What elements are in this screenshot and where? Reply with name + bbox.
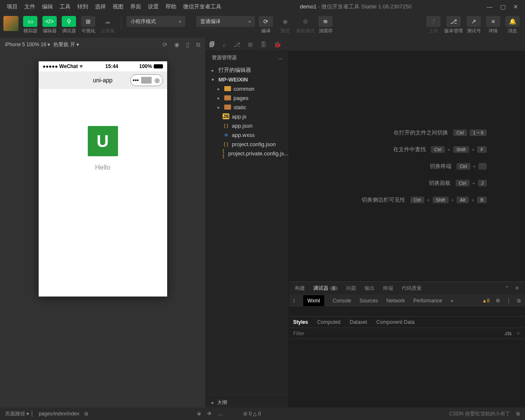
visual-button[interactable]: ⊞ [81,16,95,27]
warning-badge[interactable]: ▲8 [482,298,490,304]
devtab-performance[interactable]: Performance [413,298,442,304]
menu-project[interactable]: 项目 [3,1,21,12]
menubar: 项目 文件 编辑 工具 转到 选择 视图 界面 设置 帮助 微信开发者工具 [3,1,225,12]
avatar[interactable] [3,16,18,31]
tab-problems[interactable]: 问题 [346,285,356,292]
refresh-icon[interactable]: ⟳ [163,41,168,48]
tab-debugger[interactable]: 调试器6 [313,285,338,292]
maximize-icon[interactable]: ▢ [500,3,506,10]
menu-view[interactable]: 视图 [109,1,127,12]
debugger-button[interactable]: ⚲ [62,16,76,27]
devtab-wxml[interactable]: Wxml [303,295,324,306]
devtab-sources[interactable]: Sources [360,298,378,304]
notify-button[interactable]: 🔔 [505,16,520,27]
copy-icon[interactable]: ⧉ [196,41,200,48]
styletab-dataset[interactable]: Dataset [350,319,367,325]
search-icon[interactable]: ⌕ [223,41,226,48]
menu-wxdevtools[interactable]: 微信开发者工具 [180,1,225,12]
chevron-up-icon[interactable]: ⌃ [505,285,509,291]
main-toolbar: ▭模拟器 </>编辑器 ⚲调试器 ⊞可视化 ☁云开发 小程序模式▾ 普通编译▾ … [0,13,525,38]
preview-button[interactable]: ◉ [278,16,292,27]
editor-button[interactable]: </> [42,16,57,27]
page-path[interactable]: pages/index/index [39,411,79,417]
real-debug-button[interactable]: ⚙ [298,16,312,27]
tree-item[interactable]: { }project.config.json [206,139,289,149]
devtab-console[interactable]: Console [333,298,351,304]
more-icon[interactable]: … [278,55,283,60]
compile-dropdown[interactable]: 普通编译▾ [196,16,255,27]
files-icon[interactable]: 🗐 [209,41,215,48]
editor-activity-bar: 🗐 ⌕ ⎇ ⊞ 🗄 🐞 [206,38,525,51]
carrier-label: WeChat [59,63,78,69]
dock-icon[interactable]: ⧉ [517,298,521,304]
add-style-icon[interactable]: ＋ [516,330,521,337]
cloud-button[interactable]: ☁ [100,16,115,27]
menu-help[interactable]: 帮助 [162,1,180,12]
tab-output[interactable]: 输出 [365,285,375,292]
capsule-more-icon[interactable]: ••• [131,77,141,84]
record-icon[interactable]: ◉ [174,41,179,48]
devtab-network[interactable]: Network [386,298,405,304]
ext-icon[interactable]: ⊞ [248,41,253,48]
tree-item[interactable]: { }project.private.config.js... [206,149,289,158]
kebab-icon[interactable]: ⋮ [506,298,511,304]
menu-interface[interactable]: 界面 [127,1,144,12]
phone-icon[interactable]: ▯ [186,41,189,48]
git-icon[interactable]: ⎇ [234,41,240,48]
close-panel-icon[interactable]: ✕ [515,285,519,291]
bug-icon-status[interactable]: ※ [197,411,201,417]
menu-file[interactable]: 文件 [21,1,39,12]
outline-section[interactable]: ▸ 大纲 [206,397,289,407]
styletab-computed[interactable]: Computed [317,319,340,325]
tab-quality[interactable]: 代码质量 [402,285,422,292]
mode-dropdown[interactable]: 小程序模式▾ [126,16,185,27]
clear-cache-button[interactable]: ≋ [318,16,333,27]
styletab-styles[interactable]: Styles [293,319,308,325]
error-warn-count[interactable]: ⊘ 0 △ 0 [243,411,261,417]
wifi-icon: ᯤ [79,63,84,69]
tree-root[interactable]: ▾MP-WEIXIN [206,75,289,84]
tree-item[interactable]: JSapp.js [206,112,289,121]
tree-item[interactable]: ▸common [206,84,289,93]
compile-button[interactable]: ⟳ [259,16,273,27]
menu-goto[interactable]: 转到 [74,1,92,12]
status-bar: 页面路径 ▾ │ pages/index/index ⧉ ※ 👁 … ⊘ 0 △… [0,407,525,420]
detail-button[interactable]: ≡ [486,16,500,27]
gear-icon[interactable]: ⚙ [496,298,500,304]
devtab-more-icon[interactable]: » [451,298,454,304]
simulator-button[interactable]: ▭ [23,16,37,27]
menu-settings[interactable]: 设置 [144,1,162,12]
opened-editors-section[interactable]: ▸打开的编辑器 [206,66,289,75]
tree-item[interactable]: { }app.json [206,121,289,130]
close-icon[interactable]: ✕ [513,3,518,10]
cls-toggle[interactable]: .cls [504,331,512,336]
upload-button[interactable]: ⤴ [426,16,441,27]
copy-path-icon[interactable]: ⧉ [84,411,88,417]
layout-icon[interactable]: ⧉ [516,411,520,417]
inspect-icon[interactable]: ⟟ [293,298,295,304]
bug-icon[interactable]: 🐞 [274,41,281,48]
device-select[interactable]: iPhone 5 100% 16 ▾ [5,42,50,47]
style-filter-input[interactable] [293,331,504,336]
version-button[interactable]: ⎇ [446,16,461,27]
db-icon[interactable]: 🗄 [260,41,266,48]
hot-reload-toggle[interactable]: 热重载 开 ▾ [53,41,79,48]
tree-item[interactable]: ▸pages [206,93,289,102]
capsule-menu[interactable]: ••• ◎ [130,74,163,86]
realdebug-label: 真机调试 [296,28,315,34]
tab-terminal[interactable]: 终端 [383,285,393,292]
menu-edit[interactable]: 编辑 [39,1,56,12]
eye-icon[interactable]: 👁 [207,411,212,417]
simulator-panel: iPhone 5 100% 16 ▾ 热重载 开 ▾ ⟳ ◉ ▯ ⧉ ●●●●●… [0,38,206,407]
testnum-button[interactable]: ↗ [467,16,481,27]
tab-build[interactable]: 构建 [295,285,305,292]
capsule-close-icon[interactable]: ◎ [152,77,162,84]
debugger-badge: 6 [330,286,338,291]
more-status-icon[interactable]: … [218,411,223,417]
tree-item[interactable]: ▸static [206,102,289,112]
minimize-icon[interactable]: — [487,3,493,10]
tree-item[interactable]: ≋app.wxss [206,130,289,139]
menu-tools[interactable]: 工具 [56,1,74,12]
menu-select[interactable]: 选择 [92,1,109,12]
styletab-component[interactable]: Component Data [376,319,415,325]
